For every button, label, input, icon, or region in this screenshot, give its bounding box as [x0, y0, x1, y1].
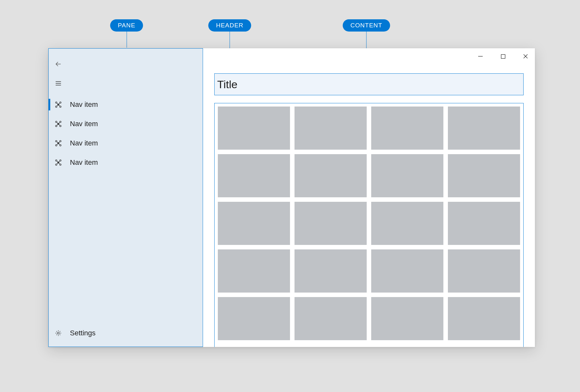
- content-tile[interactable]: [371, 154, 443, 197]
- svg-point-26: [55, 160, 57, 161]
- callout-header-label: HEADER: [208, 19, 251, 32]
- svg-point-22: [60, 145, 61, 146]
- content-tile[interactable]: [218, 154, 290, 197]
- svg-point-21: [55, 145, 57, 146]
- content-tile[interactable]: [448, 297, 520, 340]
- back-button[interactable]: [49, 54, 68, 74]
- nav-item-icon: [54, 101, 62, 108]
- content-tile[interactable]: [218, 202, 290, 245]
- content-tile[interactable]: [448, 249, 520, 293]
- hamburger-icon: [55, 80, 62, 87]
- nav-item-label: Nav item: [70, 120, 98, 128]
- content-grid: [218, 107, 520, 340]
- content-tile[interactable]: [295, 202, 367, 245]
- svg-point-13: [60, 121, 61, 123]
- svg-point-29: [60, 164, 61, 165]
- minimize-button[interactable]: [476, 51, 485, 61]
- page-title: Title: [217, 78, 237, 91]
- svg-point-28: [55, 164, 57, 165]
- app-window: Nav item Nav item: [48, 48, 535, 347]
- content-tile[interactable]: [371, 107, 443, 150]
- svg-point-12: [55, 121, 57, 123]
- content-region: [214, 103, 524, 347]
- nav-item-label: Nav item: [70, 158, 98, 167]
- nav-item-icon: [54, 139, 62, 147]
- content-tile[interactable]: [371, 297, 443, 340]
- content-tile[interactable]: [295, 154, 367, 197]
- content-tile[interactable]: [218, 297, 290, 340]
- svg-point-6: [60, 102, 61, 103]
- svg-point-27: [60, 160, 61, 161]
- settings-item[interactable]: Settings: [49, 323, 203, 343]
- nav-item[interactable]: Nav item: [49, 153, 203, 172]
- close-icon: [523, 54, 528, 59]
- back-arrow-icon: [55, 61, 62, 68]
- nav-item-icon: [54, 159, 62, 166]
- nav-item[interactable]: Nav item: [49, 114, 203, 134]
- nav-item-icon: [54, 120, 62, 128]
- svg-point-32: [57, 332, 59, 334]
- content-tile[interactable]: [295, 297, 367, 340]
- callout-pane-label: PANE: [110, 19, 143, 32]
- content-tile[interactable]: [371, 202, 443, 245]
- nav-list: Nav item Nav item: [49, 95, 203, 172]
- svg-point-5: [55, 102, 57, 103]
- content-tile[interactable]: [448, 154, 520, 197]
- svg-rect-34: [501, 54, 505, 58]
- close-button[interactable]: [521, 51, 530, 61]
- content-tile[interactable]: [295, 249, 367, 293]
- content-tile[interactable]: [295, 107, 367, 150]
- svg-point-15: [60, 125, 61, 127]
- callout-pane: PANE: [110, 19, 143, 48]
- content-tile[interactable]: [218, 249, 290, 293]
- content-tile[interactable]: [218, 107, 290, 150]
- callout-content-label: CONTENT: [343, 19, 390, 32]
- header-region: Title: [214, 73, 524, 95]
- svg-point-8: [60, 106, 61, 107]
- nav-item[interactable]: Nav item: [49, 134, 203, 153]
- content-tile[interactable]: [371, 249, 443, 293]
- nav-item-label: Nav item: [70, 100, 98, 109]
- nav-item-label: Nav item: [70, 139, 98, 147]
- main-area: Title: [203, 48, 535, 347]
- gear-icon: [54, 329, 62, 337]
- navigation-pane: Nav item Nav item: [48, 48, 203, 347]
- content-tile[interactable]: [448, 107, 520, 150]
- maximize-button[interactable]: [498, 51, 508, 61]
- svg-point-14: [55, 125, 57, 127]
- svg-point-19: [55, 140, 57, 142]
- svg-point-7: [55, 106, 57, 107]
- svg-point-20: [60, 140, 61, 142]
- hamburger-button[interactable]: [49, 74, 68, 93]
- maximize-icon: [501, 54, 506, 59]
- minimize-icon: [478, 54, 483, 59]
- settings-label: Settings: [70, 329, 96, 337]
- content-tile[interactable]: [448, 202, 520, 245]
- window-controls: [476, 51, 530, 61]
- nav-item[interactable]: Nav item: [49, 95, 203, 114]
